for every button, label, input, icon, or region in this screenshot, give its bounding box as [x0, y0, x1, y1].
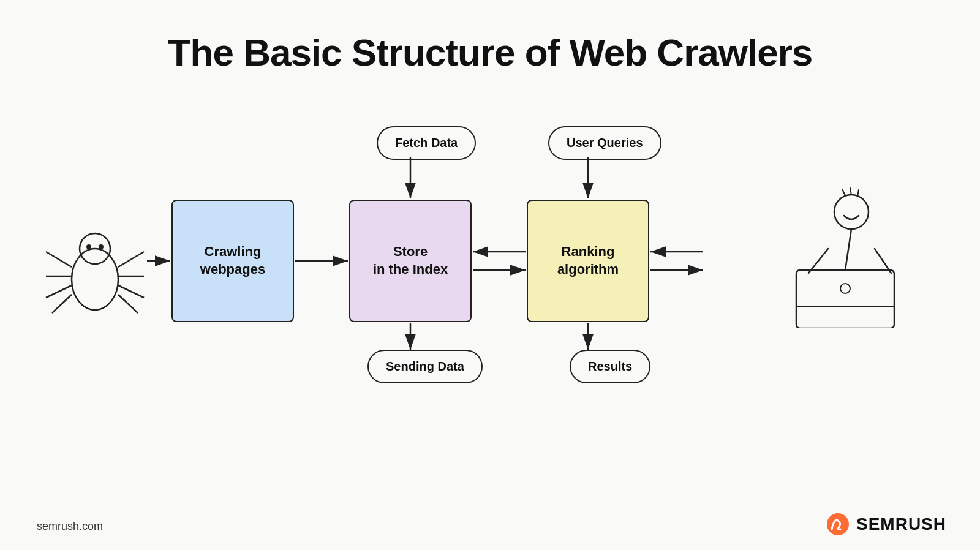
semrush-icon	[826, 512, 850, 537]
store-label: Storein the Index	[373, 243, 448, 278]
svg-line-15	[858, 190, 859, 196]
svg-line-6	[118, 252, 144, 267]
svg-line-13	[842, 189, 845, 195]
svg-line-5	[52, 295, 72, 313]
ranking-label: Rankingalgorithm	[557, 243, 619, 278]
svg-line-4	[46, 285, 72, 298]
svg-point-11	[99, 244, 104, 249]
svg-point-18	[840, 284, 850, 293]
sending-data-pill: Sending Data	[368, 350, 483, 383]
svg-rect-16	[796, 270, 894, 328]
svg-line-8	[118, 285, 144, 298]
spider-icon	[43, 215, 147, 340]
svg-point-10	[86, 244, 91, 249]
crawling-box: Crawling webpages	[172, 200, 294, 322]
store-box: Storein the Index	[349, 200, 472, 322]
user-queries-pill: User Queries	[548, 126, 662, 160]
svg-line-9	[118, 295, 138, 313]
svg-point-33	[827, 513, 849, 535]
user-laptop-icon	[784, 187, 907, 331]
page-title: The Basic Structure of Web Crawlers	[0, 0, 980, 74]
results-pill: Results	[570, 350, 650, 383]
svg-point-12	[834, 195, 869, 229]
fetch-data-pill: Fetch Data	[377, 126, 476, 160]
footer-brand: SEMRUSH	[826, 512, 946, 537]
footer-url: semrush.com	[37, 520, 103, 533]
crawling-label: Crawling webpages	[173, 243, 293, 278]
diagram-area: Crawling webpages Storein the Index Rank…	[0, 92, 980, 491]
svg-line-19	[845, 229, 851, 270]
svg-line-14	[850, 188, 851, 195]
svg-point-0	[72, 249, 118, 310]
ranking-box: Rankingalgorithm	[527, 200, 649, 322]
brand-name: SEMRUSH	[856, 514, 946, 534]
svg-line-2	[46, 252, 72, 267]
